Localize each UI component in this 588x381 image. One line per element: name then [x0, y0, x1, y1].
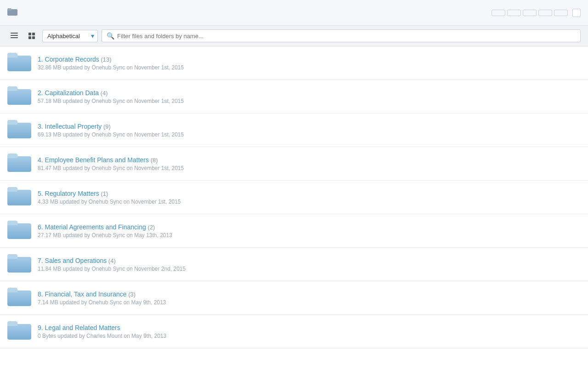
folder-name: 2. Capitalization Data (4) — [38, 89, 581, 97]
search-input[interactable] — [117, 33, 576, 40]
list-view-button[interactable] — [7, 29, 21, 42]
delete-button[interactable] — [554, 10, 568, 16]
folder-meta: 27.17 MB updated by Onehub Sync on May 1… — [38, 232, 581, 239]
folder-info: 5. Regulatory Matters (1) 4.33 MB update… — [38, 190, 581, 205]
folder-shape-icon — [7, 187, 31, 207]
folder-name: 4. Employee Benefit Plans and Matters (8… — [38, 156, 581, 164]
folder-shape-icon — [7, 53, 31, 73]
sort-select-wrapper: Alphabetical Date Modified Date Created … — [42, 30, 98, 42]
folder-name: 6. Material Agreements and Financing (2) — [38, 223, 581, 231]
header-actions — [492, 9, 581, 17]
select-all-checkbox[interactable] — [572, 9, 581, 17]
toolbar: Alphabetical Date Modified Date Created … — [0, 26, 588, 46]
folder-row[interactable]: 2. Capitalization Data (4) 57.18 MB upda… — [0, 80, 588, 114]
folder-info: 7. Sales and Operations (4) 11.84 MB upd… — [38, 257, 581, 272]
folder-name: 5. Regulatory Matters (1) — [38, 190, 581, 197]
folder-info: 1. Corporate Records (13) 32.86 MB updat… — [38, 56, 581, 71]
folder-meta: 81.47 MB updated by Onehub Sync on Novem… — [38, 165, 581, 171]
search-icon: 🔍 — [107, 32, 114, 40]
svg-rect-2 — [11, 33, 18, 34]
folder-name: 3. Intellectual Property (9) — [38, 123, 581, 130]
folder-meta: 4.33 MB updated by Onehub Sync on Novemb… — [38, 199, 581, 205]
folder-info: 6. Material Agreements and Financing (2)… — [38, 223, 581, 239]
folder-meta: 0 Bytes updated by Charles Mount on May … — [38, 333, 581, 339]
folder-info: 9. Legal and Related Matters 0 Bytes upd… — [38, 324, 581, 339]
folder-shape-icon — [7, 86, 31, 107]
folder-row[interactable]: 5. Regulatory Matters (1) 4.33 MB update… — [0, 181, 588, 214]
header — [0, 0, 588, 26]
svg-rect-7 — [28, 36, 31, 39]
folder-name: 8. Financial, Tax and Insurance (3) — [38, 290, 581, 298]
folder-meta: 57.18 MB updated by Onehub Sync on Novem… — [38, 98, 581, 104]
folder-meta: 7.14 MB updated by Onehub Sync on May 9t… — [38, 299, 581, 306]
grid-view-button[interactable] — [25, 29, 39, 42]
folder-row[interactable]: 6. Material Agreements and Financing (2)… — [0, 214, 588, 248]
folder-row[interactable]: 7. Sales and Operations (4) 11.84 MB upd… — [0, 248, 588, 281]
svg-rect-4 — [11, 37, 18, 38]
svg-rect-5 — [28, 33, 31, 35]
folder-shape-icon — [7, 120, 31, 140]
folder-info: 2. Capitalization Data (4) 57.18 MB upda… — [38, 89, 581, 104]
folder-name: 7. Sales and Operations (4) — [38, 257, 581, 264]
svg-rect-3 — [11, 35, 18, 36]
folder-name: 9. Legal and Related Matters — [38, 324, 581, 331]
movecopy-button[interactable] — [538, 10, 552, 16]
folder-row[interactable]: 9. Legal and Related Matters 0 Bytes upd… — [0, 315, 588, 348]
folder-shape-icon — [7, 254, 31, 274]
svg-rect-6 — [32, 33, 35, 35]
folder-row[interactable]: 1. Corporate Records (13) 32.86 MB updat… — [0, 46, 588, 80]
create-button[interactable] — [507, 10, 521, 16]
folder-meta: 11.84 MB updated by Onehub Sync on Novem… — [38, 266, 581, 272]
sort-select[interactable]: Alphabetical Date Modified Date Created … — [42, 30, 98, 42]
folder-row[interactable]: 8. Financial, Tax and Insurance (3) 7.14… — [0, 281, 588, 315]
folder-row[interactable]: 3. Intellectual Property (9) 69.13 MB up… — [0, 114, 588, 147]
folder-list: 1. Corporate Records (13) 32.86 MB updat… — [0, 46, 588, 348]
svg-rect-1 — [7, 8, 11, 11]
search-wrapper: 🔍 — [102, 29, 581, 42]
download-button[interactable] — [523, 10, 537, 16]
folder-info: 3. Intellectual Property (9) 69.13 MB up… — [38, 123, 581, 138]
folder-shape-icon — [7, 221, 31, 241]
folder-icon — [7, 7, 17, 18]
folder-row[interactable]: 4. Employee Benefit Plans and Matters (8… — [0, 147, 588, 181]
folder-shape-icon — [7, 288, 31, 308]
folder-name: 1. Corporate Records (13) — [38, 56, 581, 63]
folder-meta: 69.13 MB updated by Onehub Sync on Novem… — [38, 131, 581, 138]
folder-shape-icon — [7, 154, 31, 174]
folder-info: 4. Employee Benefit Plans and Matters (8… — [38, 156, 581, 171]
folder-info: 8. Financial, Tax and Insurance (3) 7.14… — [38, 290, 581, 306]
folder-meta: 32.86 MB updated by Onehub Sync on Novem… — [38, 64, 581, 71]
svg-rect-8 — [32, 36, 35, 39]
folder-shape-icon — [7, 321, 31, 341]
upload-button[interactable] — [492, 10, 505, 16]
